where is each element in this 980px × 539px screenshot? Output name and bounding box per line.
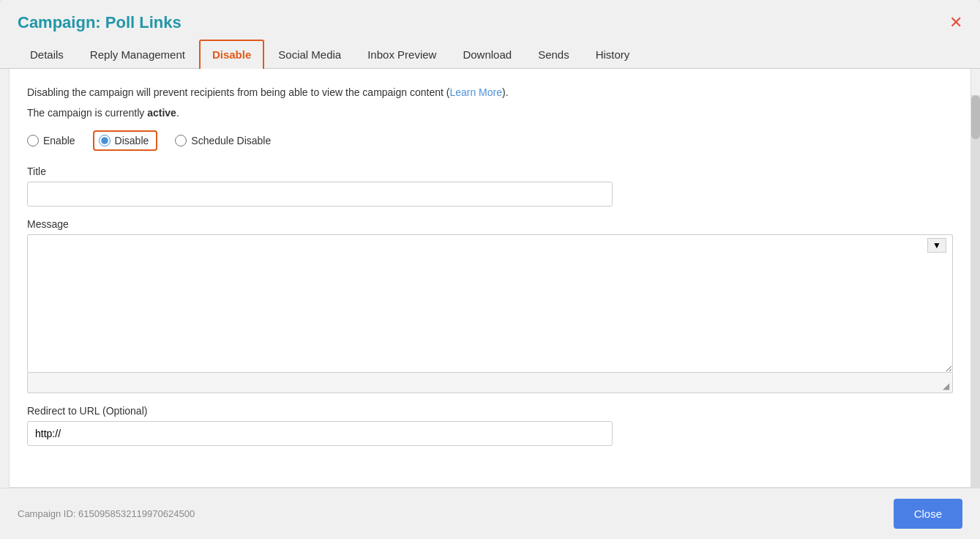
tab-details[interactable]: Details xyxy=(18,40,76,68)
message-group: Message ▼ ◢ xyxy=(27,218,953,393)
radio-disable-input[interactable] xyxy=(99,135,111,146)
status-value: active xyxy=(147,107,176,119)
tab-disable[interactable]: Disable xyxy=(199,40,264,69)
tab-social-media[interactable]: Social Media xyxy=(266,40,354,68)
message-toolbar: ▼ xyxy=(27,234,953,256)
learn-more-link[interactable]: Learn More xyxy=(449,86,502,98)
modal-footer: Campaign ID: 615095853211997062450​0 Clo… xyxy=(0,488,980,539)
close-icon[interactable]: ✕ xyxy=(949,15,962,31)
tab-bar: Details Reply Management Disable Social … xyxy=(0,40,980,69)
message-textarea[interactable] xyxy=(27,256,953,373)
resize-icon: ◢ xyxy=(943,381,949,391)
tab-sends[interactable]: Sends xyxy=(525,40,582,68)
redirect-input[interactable] xyxy=(27,421,613,446)
title-label: Title xyxy=(27,166,953,177)
info-text: Disabling the campaign will prevent reci… xyxy=(27,86,953,98)
dropdown-icon: ▼ xyxy=(932,240,941,250)
info-text-before: Disabling the campaign will prevent reci… xyxy=(27,86,449,98)
tab-history[interactable]: History xyxy=(583,40,643,68)
tab-reply-management[interactable]: Reply Management xyxy=(78,40,198,68)
radio-enable-label: Enable xyxy=(43,135,75,146)
radio-schedule-disable[interactable]: Schedule Disable xyxy=(175,135,271,146)
modal-header: Campaign: Poll Links ✕ xyxy=(0,0,980,32)
title-input[interactable] xyxy=(27,182,613,207)
close-button[interactable]: Close xyxy=(894,499,962,529)
redirect-label: Redirect to URL (Optional) xyxy=(27,405,953,417)
radio-group: Enable Disable Schedule Disable xyxy=(27,130,953,151)
scrollbar-track[interactable] xyxy=(971,95,980,488)
radio-disable[interactable]: Disable xyxy=(93,130,158,151)
modal-body: Disabling the campaign will prevent reci… xyxy=(9,69,971,488)
status-text: The campaign is currently active. xyxy=(27,107,953,119)
message-label: Message xyxy=(27,218,953,230)
modal-title: Campaign: Poll Links xyxy=(18,13,182,32)
campaign-id: Campaign ID: 615095853211997062450​0 xyxy=(18,508,195,519)
status-suffix: . xyxy=(176,107,179,119)
status-prefix: The campaign is currently xyxy=(27,107,147,119)
radio-disable-label: Disable xyxy=(115,135,149,146)
message-area: ▼ ◢ xyxy=(27,234,953,393)
tab-download[interactable]: Download xyxy=(450,40,524,68)
radio-enable[interactable]: Enable xyxy=(27,135,75,146)
radio-enable-input[interactable] xyxy=(27,135,39,146)
radio-schedule-disable-label: Schedule Disable xyxy=(191,135,271,146)
radio-schedule-disable-input[interactable] xyxy=(175,135,187,146)
message-footer: ◢ xyxy=(27,373,953,393)
info-text-after: ). xyxy=(502,86,509,98)
campaign-modal: Campaign: Poll Links ✕ Details Reply Man… xyxy=(0,0,980,539)
title-group: Title xyxy=(27,166,953,207)
toolbar-dropdown-btn[interactable]: ▼ xyxy=(927,238,946,253)
scrollbar-thumb[interactable] xyxy=(971,95,980,139)
redirect-group: Redirect to URL (Optional) xyxy=(27,405,953,446)
tab-inbox-preview[interactable]: Inbox Preview xyxy=(355,40,449,68)
